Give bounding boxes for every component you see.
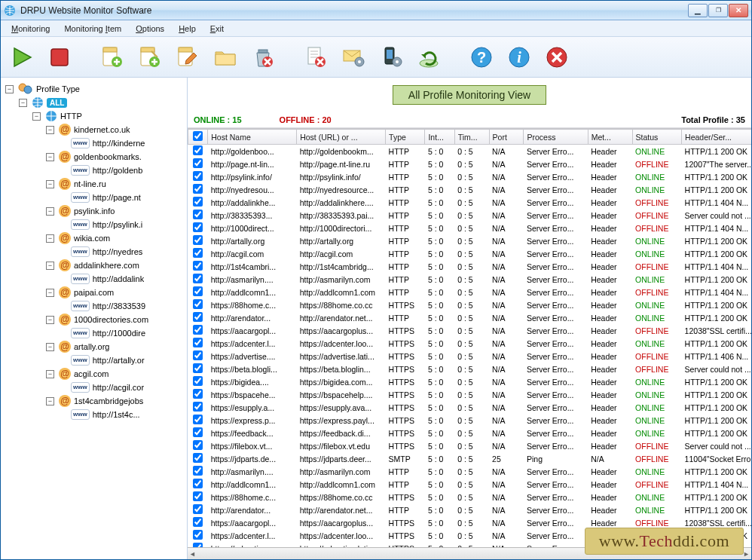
table-row[interactable]: https://advertise....https://advertise.l… [188, 350, 752, 363]
row-checkbox[interactable] [193, 235, 203, 245]
row-checkbox[interactable] [193, 197, 203, 207]
row-checkbox[interactable] [193, 530, 203, 540]
table-row[interactable]: https://jdparts.de...https://jdparts.dee… [188, 452, 752, 465]
menu-monitoring-item[interactable]: Monitoring Item [58, 23, 127, 35]
add-wizard-button[interactable] [135, 42, 165, 72]
tree-site-url[interactable]: wwwhttp://3833539 [2, 299, 185, 313]
tree-site-url[interactable]: wwwhttp://goldenb [2, 164, 185, 177]
collapse-icon[interactable]: − [19, 99, 27, 107]
table-row[interactable]: https://filebox.vt...https://filebox.vt.… [188, 439, 752, 452]
select-all-checkbox[interactable] [193, 131, 203, 141]
table-row[interactable]: http://nyedresou...http://nyedresource..… [188, 183, 752, 196]
column-header[interactable]: Host (URL) or ... [297, 130, 386, 145]
tree-site-url[interactable]: wwwhttp://acgil.cor [2, 381, 185, 394]
row-checkbox[interactable] [193, 286, 203, 296]
menu-options[interactable]: Options [130, 23, 170, 35]
row-checkbox[interactable] [193, 350, 203, 360]
tree-site[interactable]: −@goldenbookmarks. [2, 150, 185, 164]
row-checkbox[interactable] [193, 325, 203, 335]
tree-root[interactable]: − Profile Type [2, 82, 185, 96]
table-row[interactable]: https://esupply.a...https://esupply.ava.… [188, 401, 752, 414]
column-header[interactable]: Header/Ser... [682, 130, 751, 145]
menu-monitoring[interactable]: Monitoring [5, 23, 56, 35]
tree-site[interactable]: −@acgil.com [2, 367, 185, 381]
exit-button[interactable] [542, 42, 572, 72]
tree-site-url[interactable]: wwwhttp://psylink.i [2, 218, 185, 231]
menu-help[interactable]: Help [173, 23, 202, 35]
refresh-button[interactable] [414, 42, 444, 72]
collapse-icon[interactable]: − [46, 153, 54, 161]
help-button[interactable]: ? [466, 42, 497, 72]
row-checkbox[interactable] [193, 389, 203, 399]
checkbox-column-header[interactable] [188, 130, 208, 145]
tree-all[interactable]: − ALL [2, 96, 185, 109]
column-header[interactable]: Tim... [454, 130, 489, 145]
column-header[interactable]: Type [386, 130, 425, 145]
row-checkbox[interactable] [193, 299, 203, 309]
doc-delete-button[interactable] [301, 42, 331, 72]
tree-site[interactable]: −@kindernet.co.uk [2, 123, 185, 136]
folder-button[interactable] [210, 42, 240, 72]
collapse-icon[interactable]: − [5, 85, 14, 93]
table-row[interactable]: https://88home.c...https://88home.co.ccH… [188, 491, 752, 503]
table-row[interactable]: http://addlcomn1...http://addlcomn1.comH… [188, 286, 752, 298]
row-checkbox[interactable] [193, 248, 203, 258]
row-checkbox[interactable] [193, 440, 203, 450]
table-row[interactable]: http://acgil.comhttp://acgil.comHTTP5 : … [188, 247, 752, 260]
row-checkbox[interactable] [193, 517, 203, 527]
row-checkbox[interactable] [193, 312, 203, 322]
tree-site-url[interactable]: wwwhttp://artally.or [2, 353, 185, 367]
column-header[interactable]: Host Name [208, 130, 297, 145]
sidebar[interactable]: − Profile Type − ALL − HTTP −@kindernet. [1, 78, 188, 559]
tree-site-url[interactable]: wwwhttp://1st4c... [2, 408, 185, 421]
column-header[interactable]: Met... [588, 130, 632, 145]
monitor-table-wrap[interactable]: Host NameHost (URL) or ...TypeInt...Tim.… [188, 128, 751, 547]
row-checkbox[interactable] [193, 145, 203, 155]
row-checkbox[interactable] [193, 274, 203, 283]
table-row[interactable]: https://feedback...https://feedback.di..… [188, 427, 752, 439]
tree-site-url[interactable]: wwwhttp://page.nt [2, 191, 185, 204]
collapse-icon[interactable]: − [46, 397, 54, 405]
table-row[interactable]: http://addalinkhe...http://addalinkhere.… [188, 196, 752, 209]
table-row[interactable]: http://artally.orghttp://artally.orgHTTP… [188, 234, 752, 247]
maximize-button[interactable] [708, 4, 728, 17]
row-checkbox[interactable] [193, 222, 203, 232]
stop-button[interactable] [44, 42, 75, 72]
tree-site[interactable]: −@artally.org [2, 340, 185, 353]
table-row[interactable]: http://1st4cambri...http://1st4cambridg.… [188, 260, 752, 273]
row-checkbox[interactable] [193, 171, 203, 181]
menu-exit[interactable]: Exit [204, 23, 230, 35]
row-checkbox[interactable] [193, 261, 203, 271]
info-button[interactable]: i [504, 42, 534, 72]
table-row[interactable]: http://asmarilyn....http://asmarilyn.com… [188, 465, 752, 478]
table-row[interactable]: https://bspacehe...https://bspacehelp...… [188, 388, 752, 401]
collapse-icon[interactable]: − [46, 262, 54, 270]
table-row[interactable]: https://88home.c...https://88home.co.ccH… [188, 298, 752, 311]
collapse-icon[interactable]: − [46, 207, 54, 216]
row-checkbox[interactable] [193, 491, 203, 501]
collapse-icon[interactable]: − [46, 234, 54, 243]
row-checkbox[interactable] [193, 466, 203, 476]
tree-site[interactable]: −@psylink.info [2, 204, 185, 218]
collapse-icon[interactable]: − [32, 112, 41, 121]
table-row[interactable]: http://38335393...http://38335393.pai...… [188, 209, 752, 222]
row-checkbox[interactable] [193, 504, 203, 514]
tree-site[interactable]: −@wikia.com [2, 231, 185, 245]
titlebar[interactable]: DRPU Website Monitor Software [1, 1, 751, 20]
mobile-settings-button[interactable] [376, 42, 406, 72]
tree-site[interactable]: −@nt-line.ru [2, 177, 185, 191]
mail-settings-button[interactable] [338, 42, 368, 72]
table-row[interactable]: http://arendator...http://arendator.net.… [188, 311, 752, 324]
row-checkbox[interactable] [193, 210, 203, 219]
row-checkbox[interactable] [193, 158, 203, 168]
collapse-icon[interactable]: − [46, 180, 54, 188]
table-row[interactable]: https://beta.blogli...https://beta.blogl… [188, 363, 752, 375]
row-checkbox[interactable] [193, 402, 203, 412]
row-checkbox[interactable] [193, 453, 203, 463]
tree-site[interactable]: −@addalinkhere.com [2, 259, 185, 272]
tree-site[interactable]: −@paipai.com [2, 286, 185, 299]
row-checkbox[interactable] [193, 415, 203, 424]
table-row[interactable]: http://1000direct...http://1000directori… [188, 222, 752, 234]
play-button[interactable] [7, 42, 37, 72]
tree-site-url[interactable]: wwwhttp://addalink [2, 272, 185, 286]
